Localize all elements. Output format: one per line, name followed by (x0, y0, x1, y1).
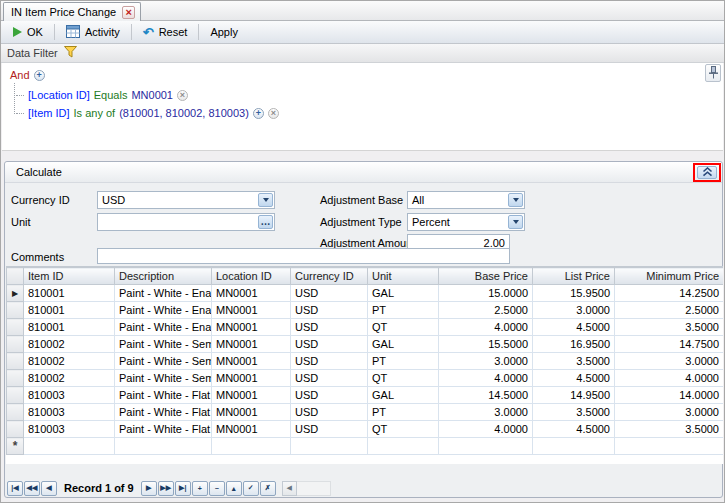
grid-cell[interactable]: 810001 (24, 285, 115, 302)
grid-cell[interactable]: QT (368, 370, 439, 387)
ok-button[interactable]: OK (4, 23, 52, 42)
unit-field[interactable]: … (97, 213, 275, 231)
table-row[interactable]: 810002Paint - White - SemiGl...MN0001USD… (7, 370, 724, 387)
tab-close-icon[interactable]: × (122, 6, 135, 19)
grid-cell[interactable]: 810002 (24, 336, 115, 353)
grid-cell[interactable]: MN0001 (212, 302, 291, 319)
grid-column-header[interactable]: Minimum Price (615, 268, 724, 285)
grid-cell[interactable]: USD (291, 353, 368, 370)
nav-delete-button[interactable]: − (209, 481, 225, 496)
nav-post-button[interactable]: ✓ (243, 481, 259, 496)
table-row[interactable]: 810001Paint - White - EnamelMN0001USDPT2… (7, 302, 724, 319)
grid-cell[interactable]: MN0001 (212, 336, 291, 353)
grid-cell[interactable]: PT (368, 404, 439, 421)
new-row[interactable]: * (7, 438, 724, 455)
table-row[interactable]: 810003Paint - White - FlatMN0001USDPT3.0… (7, 404, 724, 421)
grid-cell[interactable] (24, 438, 115, 455)
pin-button[interactable] (705, 64, 721, 82)
grid-cell[interactable]: PT (368, 302, 439, 319)
grid-cell[interactable]: MN0001 (212, 319, 291, 336)
grid-cell[interactable]: 15.0000 (439, 285, 533, 302)
grid-cell[interactable] (615, 438, 724, 455)
remove-condition-icon[interactable]: × (268, 108, 279, 119)
grid-cell[interactable]: USD (291, 370, 368, 387)
row-indicator[interactable] (7, 336, 24, 353)
grid-cell[interactable]: 2.5000 (615, 302, 724, 319)
comments-field[interactable] (97, 248, 510, 264)
grid-cell[interactable]: USD (291, 421, 368, 438)
grid-cell[interactable]: 4.5000 (533, 319, 615, 336)
grid-cell[interactable] (115, 438, 212, 455)
grid-cell[interactable]: USD (291, 285, 368, 302)
grid-cell[interactable] (291, 438, 368, 455)
filter-condition[interactable]: [Location ID] Equals MN0001 × (16, 89, 188, 101)
grid-column-header[interactable]: Location ID (212, 268, 291, 285)
grid-cell[interactable]: Paint - White - Flat (115, 387, 212, 404)
grid-cell[interactable]: 3.5000 (533, 353, 615, 370)
nav-first-button[interactable]: |◀ (7, 481, 23, 496)
grid-column-header[interactable]: Item ID (24, 268, 115, 285)
grid-cell[interactable]: 15.9500 (533, 285, 615, 302)
grid-column-header[interactable]: Unit (368, 268, 439, 285)
apply-button[interactable]: Apply (201, 23, 247, 42)
filter-field-link[interactable]: [Item ID] (28, 107, 70, 119)
row-indicator[interactable] (7, 421, 24, 438)
nav-last-button[interactable]: ▶| (175, 481, 191, 496)
grid-cell[interactable]: 14.9500 (533, 387, 615, 404)
nav-edit-button[interactable]: ▲ (226, 481, 242, 496)
reset-button[interactable]: ↶ Reset (134, 23, 197, 42)
grid-cell[interactable]: 810003 (24, 404, 115, 421)
grid-cell[interactable]: QT (368, 319, 439, 336)
grid-cell[interactable]: MN0001 (212, 353, 291, 370)
grid-cell[interactable]: USD (291, 302, 368, 319)
grid-cell[interactable]: 810003 (24, 421, 115, 438)
grid-cell[interactable]: MN0001 (212, 404, 291, 421)
nav-prev-page-button[interactable]: ◀◀ (24, 481, 40, 496)
grid-cell[interactable]: 16.9500 (533, 336, 615, 353)
grid-cell[interactable] (533, 438, 615, 455)
grid-cell[interactable]: Paint - White - Enamel (115, 285, 212, 302)
grid-column-header[interactable]: Description (115, 268, 212, 285)
dropdown-button[interactable] (258, 193, 273, 207)
row-indicator[interactable] (7, 387, 24, 404)
grid-cell[interactable]: MN0001 (212, 370, 291, 387)
grid-cell[interactable]: 3.0000 (615, 353, 724, 370)
table-row[interactable]: 810003Paint - White - FlatMN0001USDGAL14… (7, 387, 724, 404)
add-value-icon[interactable]: + (253, 108, 264, 119)
grid-cell[interactable]: Paint - White - Enamel (115, 319, 212, 336)
row-indicator[interactable] (7, 370, 24, 387)
filter-and-label[interactable]: And (10, 69, 30, 81)
ellipsis-button[interactable]: … (258, 215, 273, 229)
grid-cell[interactable]: GAL (368, 285, 439, 302)
nav-next-button[interactable]: ▶ (141, 481, 157, 496)
grid-cell[interactable]: QT (368, 421, 439, 438)
filter-operator-link[interactable]: Equals (94, 89, 128, 101)
grid-cell[interactable]: 4.0000 (439, 319, 533, 336)
filter-group-operator[interactable]: And + (10, 69, 45, 81)
grid-cell[interactable]: 3.0000 (533, 302, 615, 319)
nav-prev-button[interactable]: ◀ (41, 481, 57, 496)
grid-column-header[interactable]: Base Price (439, 268, 533, 285)
current-row-indicator[interactable]: ▶ (7, 285, 24, 302)
hscroll-left-button[interactable]: ◀ (282, 481, 297, 496)
grid-cell[interactable]: 3.0000 (615, 404, 724, 421)
grid-cell[interactable]: Paint - White - SemiGl... (115, 370, 212, 387)
collapse-button[interactable] (697, 166, 717, 179)
filter-field-link[interactable]: [Location ID] (28, 89, 90, 101)
table-row[interactable]: ▶810001Paint - White - EnamelMN0001USDGA… (7, 285, 724, 302)
grid-cell[interactable]: Paint - White - Flat (115, 404, 212, 421)
dropdown-button[interactable] (508, 193, 523, 207)
grid-cell[interactable]: MN0001 (212, 387, 291, 404)
grid-cell[interactable]: 810001 (24, 319, 115, 336)
grid-column-header[interactable]: Currency ID (291, 268, 368, 285)
adjustment-type-combo[interactable]: Percent (407, 213, 525, 231)
grid-cell[interactable]: USD (291, 387, 368, 404)
add-condition-icon[interactable]: + (34, 70, 45, 81)
currency-id-combo[interactable]: USD (97, 191, 275, 209)
grid-cell[interactable]: 810003 (24, 387, 115, 404)
grid-cell[interactable]: 14.7500 (615, 336, 724, 353)
grid-cell[interactable]: 14.0000 (615, 387, 724, 404)
activity-button[interactable]: Activity (57, 23, 129, 42)
grid-cell[interactable]: Paint - White - Enamel (115, 302, 212, 319)
grid-cell[interactable] (212, 438, 291, 455)
